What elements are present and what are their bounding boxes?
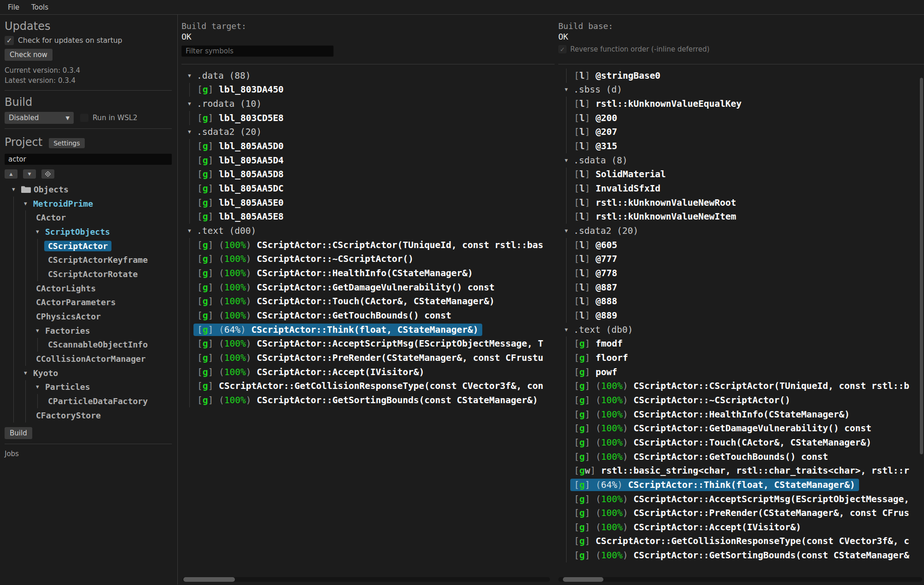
collapse-triangle-icon[interactable]: ▼ — [565, 157, 573, 163]
section-header[interactable]: ▼.sbss (d) — [558, 83, 924, 97]
symbol-row[interactable]: [l] rstl::kUnknownValueEqualKey — [567, 97, 924, 111]
base-horizontal-scrollbar[interactable] — [558, 577, 922, 582]
symbol-row[interactable]: [g] (100%) CScriptActor::PreRender(CStat… — [190, 351, 555, 365]
symbol-row[interactable]: [g] (100%) CScriptActor::CScriptActor(TU… — [567, 379, 924, 393]
locate-current-button[interactable] — [41, 169, 54, 179]
symbol-row[interactable]: [g] (100%) CScriptActor::Touch(CActor&, … — [567, 435, 924, 450]
collapse-triangle-icon[interactable]: ▼ — [565, 327, 573, 333]
symbol-row[interactable]: [g] lbl_805AA5DC — [190, 181, 555, 196]
section-header[interactable]: ▼.sdata2 (20) — [181, 125, 555, 139]
symbol-row[interactable]: [g] (100%) CScriptActor::HealthInfo(CSta… — [190, 266, 555, 280]
symbol-row[interactable]: [g] (100%) CScriptActor::~CScriptActor() — [567, 393, 924, 407]
collapse-triangle-icon[interactable]: ▼ — [188, 129, 197, 135]
symbol-row[interactable]: [g] (100%) CScriptActor::Touch(CActor&, … — [190, 295, 555, 309]
tree-item[interactable]: ▼Particles — [5, 380, 172, 394]
symbol-row[interactable]: [g] (100%) CScriptActor::GetTouchBounds(… — [190, 308, 555, 323]
symbol-row[interactable]: [g] (100%) CScriptActor::Accept(IVisitor… — [190, 365, 555, 379]
symbol-row[interactable]: [g] CScriptActor::GetCollisionResponseTy… — [567, 534, 924, 549]
base-vertical-scrollbar[interactable] — [920, 78, 923, 454]
symbol-row[interactable]: [g] (100%) CScriptActor::AcceptScriptMsg… — [567, 492, 924, 506]
tree-item[interactable]: ▼Factories — [5, 324, 172, 338]
collapse-triangle-icon[interactable]: ▼ — [12, 186, 21, 192]
checkbox-checked-icon[interactable]: ✓ — [5, 36, 14, 45]
symbol-row[interactable]: [g] (100%) CScriptActor::~CScriptActor() — [190, 252, 555, 266]
symbol-row[interactable]: [g] lbl_805AA5D0 — [190, 139, 555, 153]
symbol-row[interactable]: [l] @889 — [567, 308, 924, 323]
symbol-row[interactable]: [l] @207 — [567, 125, 924, 139]
symbol-row[interactable]: [g] (100%) CScriptActor::GetDamageVulner… — [190, 280, 555, 295]
tree-item[interactable]: ▼Objects — [5, 182, 172, 197]
object-search-input[interactable] — [5, 154, 172, 165]
symbol-row[interactable]: [l] @887 — [567, 280, 924, 295]
checkbox-unchecked-icon[interactable] — [80, 114, 88, 122]
tree-item[interactable]: ▼Kyoto — [5, 366, 172, 380]
symbol-row[interactable]: [gw] rstl::basic_string<char, rstl::char… — [567, 463, 924, 478]
tree-item[interactable]: CActor — [5, 210, 172, 225]
collapse-triangle-icon[interactable]: ▼ — [565, 228, 573, 234]
symbol-row[interactable]: [g] lbl_803DA450 — [190, 83, 555, 97]
section-header[interactable]: ▼.rodata (10) — [181, 97, 555, 111]
tree-item[interactable]: CActorLights — [5, 281, 172, 295]
collapse-triangle-icon[interactable]: ▼ — [188, 228, 197, 234]
section-header[interactable]: ▼.data (88) — [181, 69, 555, 83]
symbol-row[interactable]: [l] rstl::kUnknownValueNewItem — [567, 210, 924, 224]
search-prev-button[interactable]: ▲ — [5, 169, 18, 179]
section-header[interactable]: ▼.sdata2 (20) — [558, 224, 924, 238]
symbol-row[interactable]: [l] @605 — [567, 238, 924, 252]
symbol-row[interactable]: [g] (100%) CScriptActor::Accept(IVisitor… — [567, 520, 924, 534]
collapse-triangle-icon[interactable]: ▼ — [188, 73, 197, 79]
symbol-row[interactable]: [l] @stringBase0 — [567, 69, 924, 83]
symbol-row[interactable]: [g] lbl_803CD5E8 — [190, 111, 555, 125]
collapse-triangle-icon[interactable]: ▼ — [36, 229, 45, 235]
tree-item[interactable]: CScriptActor — [5, 239, 172, 253]
symbol-row[interactable]: [g] (100%) CScriptActor::GetDamageVulner… — [567, 421, 924, 435]
symbol-row[interactable]: [g] CScriptActor::GetCollisionResponseTy… — [190, 379, 555, 393]
project-settings-button[interactable]: Settings — [49, 138, 84, 148]
symbol-row[interactable]: [g] (100%) CScriptActor::PreRender(CStat… — [567, 506, 924, 520]
symbol-row[interactable]: [g] (100%) CScriptActor::HealthInfo(CSta… — [567, 407, 924, 422]
symbol-row[interactable]: [l] InvalidSfxId — [567, 181, 924, 196]
symbol-row[interactable]: [g] (100%) CScriptActor::GetSortingBound… — [190, 393, 555, 407]
symbol-row[interactable]: [l] SolidMaterial — [567, 168, 924, 182]
section-header[interactable]: ▼.text (d00) — [181, 224, 555, 238]
symbol-row[interactable]: [g] fmodf — [567, 336, 924, 351]
collapse-triangle-icon[interactable]: ▼ — [36, 328, 45, 334]
check-now-button[interactable]: Check now — [5, 49, 53, 61]
tree-item[interactable]: CScannableObjectInfo — [5, 338, 172, 352]
symbol-row[interactable]: [g] (100%) CScriptActor::GetTouchBounds(… — [567, 450, 924, 464]
symbol-row[interactable]: [g] (100%) CScriptActor::AcceptScriptMsg… — [190, 336, 555, 351]
section-header[interactable]: ▼.text (db0) — [558, 323, 924, 337]
tree-item[interactable]: CParticleDataFactory — [5, 394, 172, 408]
symbol-row[interactable]: [g] (64%) CScriptActor::Think(float, CSt… — [190, 323, 555, 337]
section-header[interactable]: ▼.sdata (8) — [558, 153, 924, 168]
build-button[interactable]: Build — [5, 427, 32, 439]
tree-item[interactable]: ▼ScriptObjects — [5, 225, 172, 239]
symbol-row[interactable]: [g] powf — [567, 365, 924, 379]
symbol-row[interactable]: [l] @778 — [567, 266, 924, 280]
tree-item[interactable]: CScriptActorKeyframe — [5, 253, 172, 267]
tree-item[interactable]: ▼MetroidPrime — [5, 197, 172, 211]
symbol-filter-input[interactable] — [181, 46, 333, 57]
check-updates-checkbox[interactable]: ✓ Check for updates on startup — [5, 36, 172, 45]
scrollbar-thumb[interactable] — [563, 577, 603, 582]
symbol-row[interactable]: [g] (64%) CScriptActor::Think(float, CSt… — [567, 478, 924, 492]
tree-item[interactable]: CActorParameters — [5, 295, 172, 310]
tree-item[interactable]: CScriptActorRotate — [5, 267, 172, 281]
collapse-triangle-icon[interactable]: ▼ — [36, 384, 45, 390]
collapse-triangle-icon[interactable]: ▼ — [24, 201, 33, 207]
menu-file[interactable]: File — [8, 3, 19, 12]
collapse-triangle-icon[interactable]: ▼ — [188, 101, 197, 107]
tree-item[interactable]: CFactoryStore — [5, 408, 172, 423]
symbol-row[interactable]: [g] lbl_805AA5E8 — [190, 210, 555, 224]
tree-item[interactable]: CPhysicsActor — [5, 309, 172, 324]
collapse-triangle-icon[interactable]: ▼ — [24, 370, 33, 376]
symbol-row[interactable]: [l] @888 — [567, 295, 924, 309]
symbol-row[interactable]: [g] floorf — [567, 351, 924, 365]
symbol-row[interactable]: [l] rstl::kUnknownValueNewRoot — [567, 196, 924, 210]
menu-tools[interactable]: Tools — [31, 3, 48, 12]
search-next-button[interactable]: ▼ — [23, 169, 36, 179]
symbol-row[interactable]: [l] @200 — [567, 111, 924, 125]
symbol-row[interactable]: [l] @777 — [567, 252, 924, 266]
symbol-row[interactable]: [g] lbl_805AA5E0 — [190, 196, 555, 210]
wsl-checkbox[interactable]: Run in WSL2 — [80, 114, 137, 122]
